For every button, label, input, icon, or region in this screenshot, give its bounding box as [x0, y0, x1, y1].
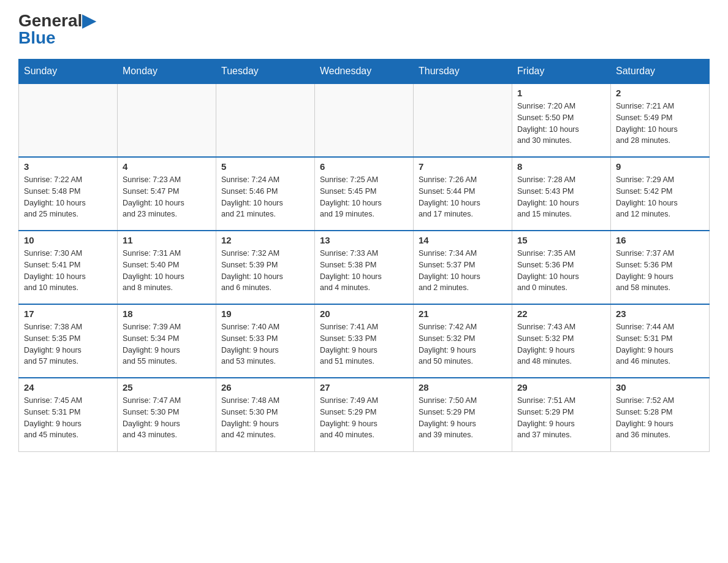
- calendar-day-cell: 5Sunrise: 7:24 AMSunset: 5:46 PMDaylight…: [216, 157, 315, 231]
- calendar-header-monday: Monday: [118, 59, 216, 84]
- day-info: Sunrise: 7:32 AMSunset: 5:39 PMDaylight:…: [221, 248, 309, 294]
- day-number: 13: [320, 235, 408, 245]
- calendar-week-row: 17Sunrise: 7:38 AMSunset: 5:35 PMDayligh…: [19, 304, 710, 378]
- day-number: 22: [517, 308, 605, 319]
- day-number: 5: [221, 161, 309, 172]
- day-number: 17: [24, 308, 112, 319]
- day-number: 2: [616, 88, 704, 98]
- calendar-day-cell: 10Sunrise: 7:30 AMSunset: 5:41 PMDayligh…: [19, 231, 118, 304]
- day-number: 29: [517, 382, 605, 393]
- day-number: 15: [517, 235, 605, 245]
- calendar-header-thursday: Thursday: [414, 59, 512, 84]
- day-info: Sunrise: 7:37 AMSunset: 5:36 PMDaylight:…: [616, 248, 704, 294]
- calendar-day-cell: 28Sunrise: 7:50 AMSunset: 5:29 PMDayligh…: [414, 378, 512, 451]
- calendar-day-cell: 23Sunrise: 7:44 AMSunset: 5:31 PMDayligh…: [611, 304, 710, 378]
- calendar-day-cell: 15Sunrise: 7:35 AMSunset: 5:36 PMDayligh…: [512, 231, 611, 304]
- day-number: 8: [517, 161, 605, 172]
- calendar-day-cell: 25Sunrise: 7:47 AMSunset: 5:30 PMDayligh…: [118, 378, 216, 451]
- calendar-day-cell: 16Sunrise: 7:37 AMSunset: 5:36 PMDayligh…: [611, 231, 710, 304]
- page-header: General▶ Blue: [18, 12, 710, 47]
- day-info: Sunrise: 7:35 AMSunset: 5:36 PMDaylight:…: [517, 248, 605, 294]
- calendar-day-cell: [216, 83, 315, 157]
- calendar-header-friday: Friday: [512, 59, 611, 84]
- day-info: Sunrise: 7:24 AMSunset: 5:46 PMDaylight:…: [221, 174, 309, 220]
- calendar-day-cell: 29Sunrise: 7:51 AMSunset: 5:29 PMDayligh…: [512, 378, 611, 451]
- calendar-day-cell: 20Sunrise: 7:41 AMSunset: 5:33 PMDayligh…: [315, 304, 414, 378]
- day-info: Sunrise: 7:38 AMSunset: 5:35 PMDaylight:…: [24, 321, 112, 367]
- day-number: 23: [616, 308, 704, 319]
- day-info: Sunrise: 7:44 AMSunset: 5:31 PMDaylight:…: [616, 321, 704, 367]
- calendar-day-cell: 21Sunrise: 7:42 AMSunset: 5:32 PMDayligh…: [414, 304, 512, 378]
- day-number: 7: [419, 161, 507, 172]
- day-info: Sunrise: 7:23 AMSunset: 5:47 PMDaylight:…: [123, 174, 211, 220]
- calendar-day-cell: [118, 83, 216, 157]
- day-info: Sunrise: 7:25 AMSunset: 5:45 PMDaylight:…: [320, 174, 408, 220]
- day-number: 9: [616, 161, 704, 172]
- day-number: 14: [419, 235, 507, 245]
- day-number: 25: [123, 382, 211, 393]
- calendar-day-cell: 30Sunrise: 7:52 AMSunset: 5:28 PMDayligh…: [611, 378, 710, 451]
- day-info: Sunrise: 7:45 AMSunset: 5:31 PMDaylight:…: [24, 395, 112, 441]
- day-number: 30: [616, 382, 704, 393]
- logo-blue-text: Blue: [18, 29, 56, 47]
- day-info: Sunrise: 7:40 AMSunset: 5:33 PMDaylight:…: [221, 321, 309, 367]
- calendar-table: SundayMondayTuesdayWednesdayThursdayFrid…: [18, 59, 710, 452]
- calendar-header-wednesday: Wednesday: [315, 59, 414, 84]
- day-info: Sunrise: 7:41 AMSunset: 5:33 PMDaylight:…: [320, 321, 408, 367]
- calendar-header-row: SundayMondayTuesdayWednesdayThursdayFrid…: [19, 59, 710, 84]
- day-info: Sunrise: 7:51 AMSunset: 5:29 PMDaylight:…: [517, 395, 605, 441]
- day-info: Sunrise: 7:47 AMSunset: 5:30 PMDaylight:…: [123, 395, 211, 441]
- calendar-day-cell: 13Sunrise: 7:33 AMSunset: 5:38 PMDayligh…: [315, 231, 414, 304]
- day-number: 21: [419, 308, 507, 319]
- day-info: Sunrise: 7:21 AMSunset: 5:49 PMDaylight:…: [616, 101, 704, 147]
- calendar-header-sunday: Sunday: [19, 59, 118, 84]
- day-number: 10: [24, 235, 112, 245]
- calendar-header-tuesday: Tuesday: [216, 59, 315, 84]
- calendar-day-cell: 11Sunrise: 7:31 AMSunset: 5:40 PMDayligh…: [118, 231, 216, 304]
- day-number: 4: [123, 161, 211, 172]
- calendar-day-cell: 14Sunrise: 7:34 AMSunset: 5:37 PMDayligh…: [414, 231, 512, 304]
- calendar-day-cell: 12Sunrise: 7:32 AMSunset: 5:39 PMDayligh…: [216, 231, 315, 304]
- day-number: 18: [123, 308, 211, 319]
- day-info: Sunrise: 7:43 AMSunset: 5:32 PMDaylight:…: [517, 321, 605, 367]
- day-info: Sunrise: 7:39 AMSunset: 5:34 PMDaylight:…: [123, 321, 211, 367]
- day-info: Sunrise: 7:20 AMSunset: 5:50 PMDaylight:…: [517, 101, 605, 147]
- calendar-day-cell: 7Sunrise: 7:26 AMSunset: 5:44 PMDaylight…: [414, 157, 512, 231]
- day-number: 6: [320, 161, 408, 172]
- calendar-day-cell: 24Sunrise: 7:45 AMSunset: 5:31 PMDayligh…: [19, 378, 118, 451]
- calendar-week-row: 1Sunrise: 7:20 AMSunset: 5:50 PMDaylight…: [19, 83, 710, 157]
- calendar-day-cell: 6Sunrise: 7:25 AMSunset: 5:45 PMDaylight…: [315, 157, 414, 231]
- day-info: Sunrise: 7:50 AMSunset: 5:29 PMDaylight:…: [419, 395, 507, 441]
- calendar-day-cell: 4Sunrise: 7:23 AMSunset: 5:47 PMDaylight…: [118, 157, 216, 231]
- day-number: 28: [419, 382, 507, 393]
- day-info: Sunrise: 7:31 AMSunset: 5:40 PMDaylight:…: [123, 248, 211, 294]
- calendar-week-row: 10Sunrise: 7:30 AMSunset: 5:41 PMDayligh…: [19, 231, 710, 304]
- calendar-day-cell: 3Sunrise: 7:22 AMSunset: 5:48 PMDaylight…: [19, 157, 118, 231]
- day-info: Sunrise: 7:29 AMSunset: 5:42 PMDaylight:…: [616, 174, 704, 220]
- day-info: Sunrise: 7:33 AMSunset: 5:38 PMDaylight:…: [320, 248, 408, 294]
- calendar-day-cell: 27Sunrise: 7:49 AMSunset: 5:29 PMDayligh…: [315, 378, 414, 451]
- day-info: Sunrise: 7:52 AMSunset: 5:28 PMDaylight:…: [616, 395, 704, 441]
- calendar-day-cell: 2Sunrise: 7:21 AMSunset: 5:49 PMDaylight…: [611, 83, 710, 157]
- day-number: 24: [24, 382, 112, 393]
- calendar-day-cell: 9Sunrise: 7:29 AMSunset: 5:42 PMDaylight…: [611, 157, 710, 231]
- calendar-header-saturday: Saturday: [611, 59, 710, 84]
- calendar-week-row: 3Sunrise: 7:22 AMSunset: 5:48 PMDaylight…: [19, 157, 710, 231]
- logo: General▶ Blue: [18, 12, 96, 47]
- calendar-day-cell: 22Sunrise: 7:43 AMSunset: 5:32 PMDayligh…: [512, 304, 611, 378]
- calendar-day-cell: 19Sunrise: 7:40 AMSunset: 5:33 PMDayligh…: [216, 304, 315, 378]
- calendar-day-cell: [19, 83, 118, 157]
- day-number: 11: [123, 235, 211, 245]
- calendar-day-cell: [315, 83, 414, 157]
- day-number: 26: [221, 382, 309, 393]
- logo-general-text: General▶: [18, 12, 96, 29]
- day-info: Sunrise: 7:34 AMSunset: 5:37 PMDaylight:…: [419, 248, 507, 294]
- calendar-day-cell: [414, 83, 512, 157]
- day-number: 19: [221, 308, 309, 319]
- day-info: Sunrise: 7:22 AMSunset: 5:48 PMDaylight:…: [24, 174, 112, 220]
- day-number: 3: [24, 161, 112, 172]
- day-number: 27: [320, 382, 408, 393]
- calendar-week-row: 24Sunrise: 7:45 AMSunset: 5:31 PMDayligh…: [19, 378, 710, 451]
- day-info: Sunrise: 7:30 AMSunset: 5:41 PMDaylight:…: [24, 248, 112, 294]
- day-info: Sunrise: 7:26 AMSunset: 5:44 PMDaylight:…: [419, 174, 507, 220]
